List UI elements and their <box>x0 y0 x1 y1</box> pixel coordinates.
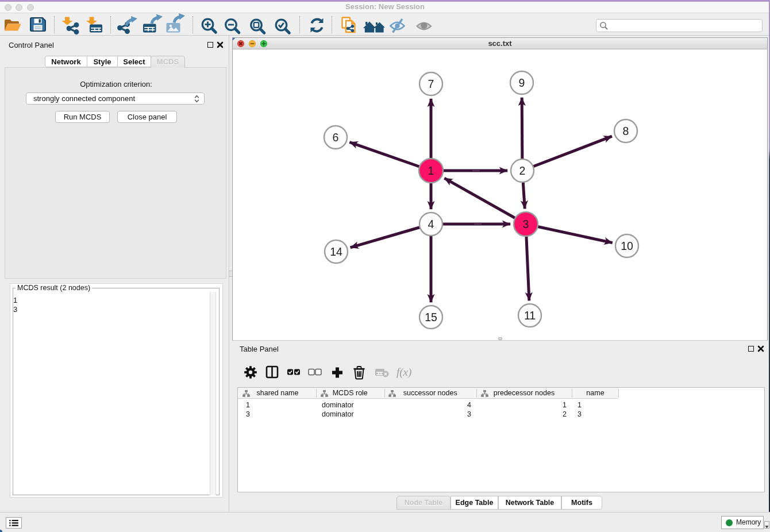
svg-text:7: 7 <box>428 78 434 90</box>
svg-text:10: 10 <box>621 240 633 252</box>
svg-text:2: 2 <box>519 164 526 177</box>
svg-text:8: 8 <box>623 125 629 137</box>
svg-text:4: 4 <box>428 218 434 230</box>
svg-text:6: 6 <box>333 131 339 144</box>
svg-text:f(x): f(x) <box>396 366 411 379</box>
svg-text:9: 9 <box>519 76 525 89</box>
svg-text:15: 15 <box>425 311 437 323</box>
svg-text:3: 3 <box>523 218 529 230</box>
svg-text:1: 1 <box>428 164 434 177</box>
svg-text:11: 11 <box>524 309 536 322</box>
svg-text:14: 14 <box>330 245 342 258</box>
